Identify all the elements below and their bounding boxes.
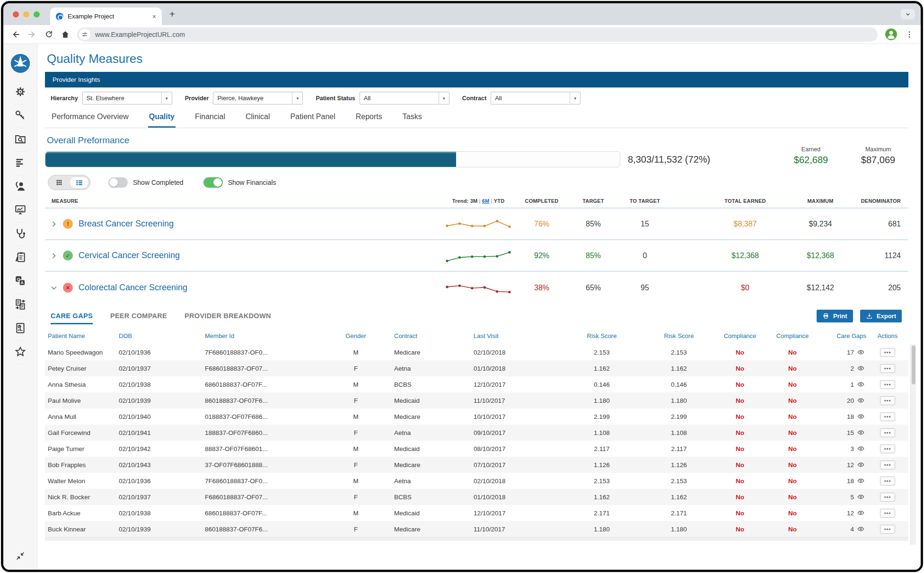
column-actions-11[interactable]: Actions [869, 332, 906, 339]
trend-option-ytd[interactable]: YTD [494, 198, 505, 204]
row-actions-button[interactable]: ••• [880, 477, 895, 486]
chevron-down-icon[interactable]: ▾ [161, 92, 172, 104]
browser-menu-icon[interactable] [905, 30, 914, 39]
site-settings-icon[interactable] [79, 29, 90, 40]
row-actions-button[interactable]: ••• [880, 509, 895, 518]
tab-tasks[interactable]: Tasks [402, 108, 423, 128]
column-compliance-9[interactable]: Compliance [766, 332, 819, 339]
tab-close-icon[interactable]: × [151, 13, 157, 20]
sidebar-item-settings[interactable] [14, 81, 26, 104]
column-risk-score-7[interactable]: Risk Score [644, 332, 714, 339]
list-view-button[interactable] [69, 176, 89, 189]
trend-option-3m[interactable]: 3M [470, 198, 478, 204]
show-completed-toggle[interactable] [108, 177, 128, 188]
row-actions-button[interactable]: ••• [880, 525, 895, 534]
scrollbar-thumb[interactable] [912, 346, 915, 384]
subtab-peer-compare[interactable]: PEER COMPARE [110, 307, 167, 324]
view-icon[interactable] [857, 398, 864, 403]
maximize-window-button[interactable] [34, 11, 40, 17]
chevron-down-icon[interactable]: ▾ [570, 92, 580, 104]
subtab-care-gaps[interactable]: CARE GAPS [51, 307, 93, 324]
trend-option-6m[interactable]: 6M [482, 198, 490, 204]
row-actions-button[interactable]: ••• [880, 364, 895, 373]
row-actions-button[interactable]: ••• [880, 396, 895, 405]
close-window-button[interactable] [13, 11, 19, 17]
column-care-gaps-10[interactable]: Care Gaps [819, 332, 869, 339]
filter-select-contract[interactable]: All▾ [491, 92, 581, 104]
sidebar-item-provider[interactable] [14, 175, 26, 199]
view-icon[interactable] [857, 349, 864, 355]
tab-performance-overview[interactable]: Performance Overview [51, 108, 130, 128]
filter-select-patient-status[interactable]: All▾ [360, 92, 449, 104]
sidebar-item-assessment[interactable] [14, 246, 26, 270]
column-risk-score-6[interactable]: Risk Score [560, 332, 644, 339]
home-icon[interactable] [61, 30, 70, 39]
sidebar-item-record-search[interactable] [14, 128, 26, 152]
tab-patient-panel[interactable]: Patient Panel [290, 108, 336, 128]
sidebar-item-favorites[interactable] [14, 341, 26, 365]
row-actions-button[interactable]: ••• [880, 493, 895, 502]
view-icon[interactable] [857, 430, 864, 435]
print-button[interactable]: Print [817, 310, 853, 322]
sidebar-item-report[interactable] [14, 317, 26, 341]
column-patient-name-0[interactable]: Patient Name [45, 332, 116, 339]
view-icon[interactable] [857, 526, 864, 532]
address-bar[interactable]: www.ExampleProjectURL.com [77, 27, 878, 42]
tab-clinical[interactable]: Clinical [245, 108, 271, 128]
row-actions-button[interactable]: ••• [880, 428, 895, 437]
tab-search-chevron-icon[interactable] [901, 9, 915, 19]
chevron-expanded-icon[interactable] [51, 285, 57, 291]
column-gender-3[interactable]: Gender [320, 332, 391, 339]
new-tab-button[interactable]: + [169, 9, 175, 19]
chevron-down-icon[interactable]: ▾ [292, 92, 302, 104]
column-last-visit-5[interactable]: Last Visit [471, 332, 560, 339]
measure-name[interactable]: Breast Cancer Screening [79, 219, 174, 229]
sidebar-item-key[interactable] [14, 104, 26, 128]
sidebar-item-measure-list[interactable] [14, 152, 26, 175]
browser-tab[interactable]: Example Project × [50, 8, 162, 25]
view-icon[interactable] [857, 446, 864, 451]
show-financials-toggle[interactable] [203, 177, 223, 188]
measure-name[interactable]: Colorectal Cancer Screening [79, 283, 187, 293]
measure-name[interactable]: Cervical Cancer Screening [79, 251, 180, 260]
column-member-id-2[interactable]: Member Id [202, 332, 320, 339]
collapse-sidebar-icon[interactable] [15, 551, 26, 563]
filter-select-hierarchy[interactable]: St. Elsewhere▾ [82, 92, 172, 104]
chevron-collapsed-icon[interactable] [51, 252, 57, 259]
view-icon[interactable] [857, 414, 864, 419]
row-actions-button[interactable]: ••• [880, 444, 895, 453]
subtab-provider-breakdown[interactable]: PROVIDER BREAKDOWN [185, 307, 271, 324]
chevron-down-icon[interactable]: ▾ [439, 92, 449, 104]
tab-financial[interactable]: Financial [194, 108, 226, 128]
chevron-collapsed-icon[interactable] [51, 221, 57, 227]
view-icon[interactable] [857, 462, 864, 468]
app-logo[interactable] [9, 52, 31, 74]
filter-select-provider[interactable]: Pierce, Hawkeye▾ [213, 92, 303, 104]
forward-icon[interactable] [27, 30, 37, 39]
sidebar-item-qa-translate[interactable]: QA [14, 270, 26, 294]
tab-quality[interactable]: Quality [148, 108, 176, 128]
column-contract-4[interactable]: Contract [391, 332, 471, 339]
tab-reports[interactable]: Reports [355, 108, 383, 128]
row-actions-button[interactable]: ••• [880, 412, 895, 421]
column-dob-1[interactable]: DOB [116, 332, 202, 339]
minimize-window-button[interactable] [23, 11, 29, 17]
view-icon[interactable] [857, 382, 864, 387]
reload-icon[interactable] [44, 30, 53, 39]
row-actions-button[interactable]: ••• [880, 380, 895, 389]
back-icon[interactable] [11, 30, 20, 39]
table-scrollbar[interactable] [910, 344, 916, 545]
grid-view-button[interactable] [49, 176, 69, 189]
row-actions-button[interactable]: ••• [880, 348, 895, 357]
view-icon[interactable] [857, 510, 864, 516]
row-actions-button[interactable]: ••• [880, 460, 895, 469]
column-compliance-8[interactable]: Compliance [714, 332, 766, 339]
sidebar-item-stethoscope[interactable] [14, 223, 26, 246]
view-icon[interactable] [857, 365, 864, 371]
sidebar-item-document-exchange[interactable] [14, 294, 26, 317]
view-icon[interactable] [857, 478, 864, 484]
export-button[interactable]: Export [860, 310, 902, 322]
profile-avatar[interactable] [885, 28, 898, 41]
view-icon[interactable] [857, 494, 864, 500]
sidebar-item-dashboard[interactable] [14, 199, 26, 223]
